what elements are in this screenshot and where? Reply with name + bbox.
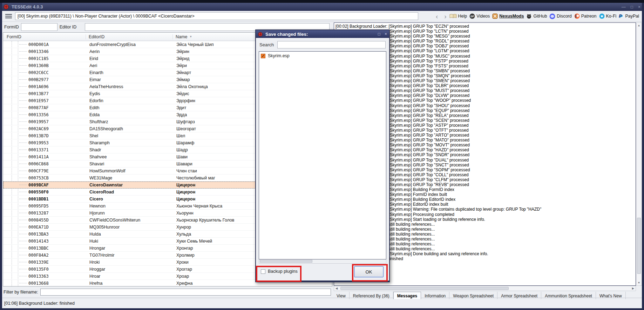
- patreon-link[interactable]: Patreon: [574, 13, 597, 19]
- kofi-link[interactable]: Ko-Fi: [599, 13, 617, 19]
- scrollbar-thumb[interactable]: [260, 260, 312, 263]
- scrollbar-thumb[interactable]: [340, 287, 509, 290]
- cell-formid: 00013668: [28, 281, 87, 286]
- dialog-list-hscrollbar[interactable]: [259, 259, 386, 264]
- file-list-item[interactable]: Skyrim.esp: [259, 52, 386, 59]
- cell-formid: 0001BDB1: [28, 197, 87, 202]
- cell-formid: 0001A696: [28, 84, 87, 89]
- help-link[interactable]: Help: [449, 14, 467, 19]
- tree-branch: [19, 276, 27, 276]
- minimize-button[interactable]: —: [622, 5, 626, 9]
- cell-editorid: HowlSummonWolf: [87, 169, 174, 173]
- dialog-title-bar: Save changed files: □ ×: [256, 30, 389, 38]
- cell-editorid: Edda: [87, 112, 174, 117]
- cell-editorid: MQ305Hunroor: [87, 225, 174, 230]
- close-button[interactable]: ×: [638, 5, 640, 9]
- backup-plugins-checkbox[interactable]: [261, 269, 265, 274]
- github-link[interactable]: GitHub: [526, 13, 547, 19]
- dialog-title: Save changed files:: [265, 32, 376, 37]
- scroll-left-icon[interactable]: ◀: [334, 287, 339, 290]
- cell-formid: 0009BCAF: [28, 183, 87, 187]
- scroll-down-icon[interactable]: ▼: [638, 280, 640, 285]
- menu-icon[interactable]: [5, 13, 12, 19]
- cell-editorid: Eirid: [87, 56, 174, 61]
- save-changed-files-dialog: Save changed files: □ × Search Skyrim.es…: [255, 29, 390, 282]
- backup-plugins-label: Backup plugins: [268, 269, 298, 274]
- cell-formid: 00013B77: [28, 91, 87, 96]
- maximize-button[interactable]: □: [631, 5, 633, 9]
- file-name: Skyrim.esp: [268, 53, 290, 58]
- cell-editorid: Edorfin: [87, 98, 174, 103]
- tree-branch: [19, 213, 27, 213]
- column-header-formid[interactable]: FormID: [3, 34, 86, 39]
- tab-information[interactable]: Information: [421, 292, 449, 299]
- dialog-search-row: Search: [256, 38, 389, 51]
- column-header-editorid[interactable]: EditorID: [86, 34, 173, 39]
- patreon-icon: [574, 13, 580, 19]
- scroll-right-icon[interactable]: ▶: [631, 287, 636, 290]
- log-vertical-scrollbar[interactable]: ▲ ▼: [636, 22, 642, 286]
- nav-back-icon[interactable]: ‹: [436, 13, 438, 20]
- cell-formid: 00013371: [28, 147, 87, 152]
- file-list: Skyrim.esp: [259, 51, 386, 259]
- tab-referenced-by[interactable]: Referenced By (36): [350, 292, 393, 299]
- tree-branch: [19, 86, 27, 87]
- formid-input[interactable]: [21, 23, 57, 31]
- nexusmods-link[interactable]: NexusMods: [492, 13, 524, 19]
- cell-formid: 00014143: [28, 239, 87, 244]
- book-icon: [449, 14, 457, 19]
- cell-editorid: Hjorunn: [87, 211, 174, 216]
- nav-forward-icon[interactable]: ›: [444, 13, 446, 20]
- tab-whats-new[interactable]: What's New: [596, 292, 626, 299]
- tab-weapon-spreadsheet[interactable]: Weapon Spreadsheet: [449, 292, 497, 299]
- tes5edit-window: TES5Edit 4.0.3 — □ × ‹ › Help GP Videos: [0, 0, 644, 310]
- tree-branch: [19, 79, 27, 80]
- cell-editorid: Sharamph: [87, 140, 174, 145]
- cell-editorid: Shahvee: [87, 154, 174, 159]
- cell-formid: 000B2977: [28, 77, 87, 82]
- tab-messages[interactable]: Messages: [393, 292, 421, 299]
- cell-editorid: Hrefna: [87, 281, 174, 286]
- tree-branch: [19, 143, 27, 143]
- paypal-icon: PP: [619, 13, 624, 19]
- github-icon: [526, 13, 532, 19]
- breadcrumb[interactable]: [15, 12, 418, 20]
- cell-editorid: Hroki: [87, 260, 174, 265]
- log-horizontal-scrollbar[interactable]: ◀ ▶: [334, 286, 636, 291]
- ok-button[interactable]: OK: [354, 266, 384, 277]
- search-input[interactable]: [277, 41, 386, 48]
- cell-formid: 00013346: [28, 49, 87, 54]
- tree-branch: [19, 185, 27, 185]
- cell-editorid: WE31Mage: [87, 176, 174, 180]
- app-icon: [4, 4, 9, 9]
- scrollbar-thumb[interactable]: [637, 218, 641, 274]
- toolbar: ‹ › Help GP Videos NexusMods GitHub D: [2, 11, 642, 22]
- dialog-maximize-button[interactable]: □: [378, 32, 380, 37]
- tree-branch: [19, 234, 27, 234]
- dialog-close-button[interactable]: ×: [385, 32, 387, 37]
- cell-editorid: AelaTheHuntress: [87, 84, 174, 89]
- cell-editorid: Einarth: [87, 70, 174, 75]
- log-line: [00:02] Background Loader: [Skyrim.esp] …: [335, 24, 636, 29]
- videos-icon: GP: [469, 13, 475, 19]
- videos-link[interactable]: GP Videos: [469, 13, 490, 19]
- backup-plugins-option[interactable]: Backup plugins: [261, 269, 298, 274]
- filter-input[interactable]: [40, 289, 331, 296]
- paypal-link[interactable]: PP PayPal: [619, 13, 639, 19]
- file-checkbox[interactable]: [261, 54, 265, 58]
- cell-formid: 0001411A: [28, 154, 87, 159]
- cell-editorid: CWFieldCOSonsWhiterun: [87, 218, 174, 223]
- discord-link[interactable]: Discord: [549, 13, 571, 19]
- tab-view[interactable]: View: [333, 292, 350, 299]
- cell-formid: 0002AC69: [28, 126, 87, 131]
- tree-branch: [19, 241, 27, 241]
- cell-editorid: Hrongar: [87, 246, 174, 251]
- cell-formid: 00013356: [28, 112, 87, 117]
- cell-editorid: CiceroDawnstar: [87, 183, 174, 187]
- filter-label: Filter by filename:: [4, 290, 38, 295]
- tree-branch: [19, 283, 27, 283]
- tab-ammunition-spreadsheet[interactable]: Ammunition Spreadsheet: [541, 292, 596, 299]
- scroll-up-icon[interactable]: ▲: [638, 23, 640, 28]
- cell-editorid: Eimar: [87, 77, 174, 82]
- tab-armor-spreadsheet[interactable]: Armor Spreadsheet: [497, 292, 541, 299]
